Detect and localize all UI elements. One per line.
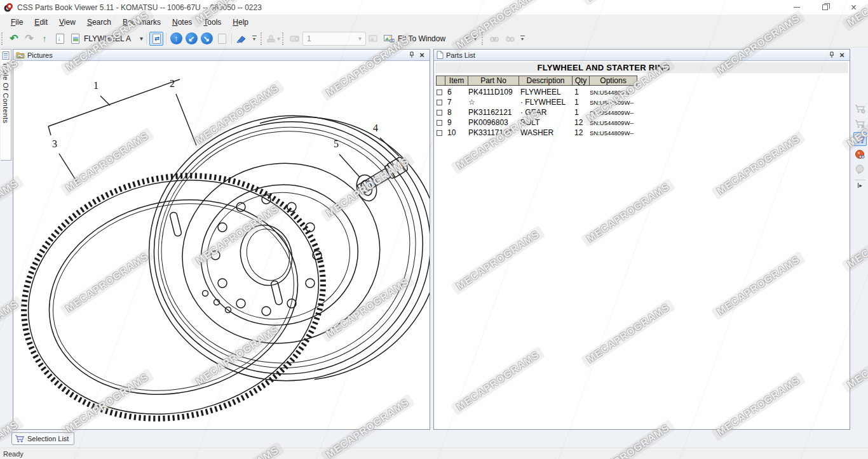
toolbar-grip[interactable] <box>261 32 264 45</box>
close-icon: × <box>851 2 857 13</box>
notes-page-button[interactable] <box>215 32 229 46</box>
column-part-no[interactable]: Part No <box>468 76 519 85</box>
search-again-button[interactable] <box>503 32 517 46</box>
cell-description: FLYWHEEL <box>518 88 571 96</box>
close-icon: × <box>839 50 844 60</box>
column-qty[interactable]: Qty <box>572 76 589 85</box>
cart-gear-icon <box>855 104 865 114</box>
row-checkbox[interactable] <box>436 130 444 136</box>
toolbar-grip[interactable] <box>282 32 286 45</box>
menu-edit[interactable]: Edit <box>29 16 53 29</box>
history-back-icon: ↶ <box>10 32 18 44</box>
callout-2[interactable]: 2 <box>170 78 175 90</box>
parts-list-panel-header: Parts List × <box>434 50 850 61</box>
menu-bar: File Edit View Search Bookmarks Notes To… <box>0 15 868 30</box>
flywheel-drawing <box>13 61 430 429</box>
table-row[interactable]: 9PK0096803BOLT12SN:U544809W-- <box>436 117 646 128</box>
stamp-icon <box>266 34 276 43</box>
binoculars-arrow-icon <box>505 35 515 43</box>
toolbar-separator <box>231 33 232 44</box>
row-checkbox[interactable] <box>436 100 444 105</box>
chevron-down-icon: ▾ <box>466 35 469 42</box>
page-number-combobox[interactable]: 1 ▾ <box>302 32 366 46</box>
column-description[interactable]: Description <box>519 76 572 85</box>
parts-list-panel: Parts List × FLYWHEEL AND STARTER RING I… <box>433 49 850 430</box>
parts-list-content: FLYWHEEL AND STARTER RING Item Part No D… <box>434 61 850 429</box>
callout-5[interactable]: 5 <box>334 138 339 150</box>
cell-description: · FLYWHEEL <box>518 98 571 107</box>
toolbar-grip[interactable] <box>482 32 485 45</box>
table-row[interactable]: 7☆· FLYWHEEL1SN:U544809W-- <box>436 97 646 107</box>
restore-button[interactable] <box>811 0 839 15</box>
callout-3[interactable]: 3 <box>52 138 57 150</box>
highlighter-button[interactable] <box>234 32 248 46</box>
search-button[interactable] <box>487 32 501 46</box>
next-picture-button[interactable]: ↘ <box>200 32 214 46</box>
export-picture-button[interactable] <box>288 32 302 46</box>
navigate-up-button[interactable]: ↑ <box>169 32 183 46</box>
zoom-mode-combobox[interactable]: Fit To Window ▾ <box>397 32 470 46</box>
toolbar-grip[interactable] <box>1 32 5 45</box>
toolbar-overflow-button[interactable]: ▾ <box>519 32 526 46</box>
comment-ball-icon <box>855 164 865 175</box>
sync-picture-toggle[interactable]: ⇄ <box>149 32 163 46</box>
picture-selector-combobox[interactable]: FLYWHEEL A ▾ <box>83 32 144 46</box>
menu-search[interactable]: Search <box>81 16 117 29</box>
menu-bookmarks[interactable]: Bookmarks <box>117 16 166 29</box>
selection-list-button[interactable] <box>853 132 867 146</box>
status-text: Ready <box>3 450 24 458</box>
cell-part-no: ☆ <box>467 98 518 107</box>
previous-picture-button[interactable]: ↙ <box>184 32 198 46</box>
row-checkbox[interactable] <box>436 90 444 95</box>
image-search-button[interactable] <box>382 32 396 46</box>
row-checkbox[interactable] <box>436 120 444 126</box>
parts-list-icon <box>437 51 444 59</box>
cell-options: SN:U544809W-- <box>588 119 636 126</box>
menu-help[interactable]: Help <box>227 16 254 29</box>
close-panel-button[interactable]: × <box>837 51 847 60</box>
cell-item: 10 <box>444 128 467 137</box>
cell-options: SN:U544809W-- <box>588 99 636 106</box>
stamp-button[interactable]: ▾ <box>266 32 280 46</box>
cart-remove-button[interactable] <box>853 117 867 131</box>
minimize-button[interactable] <box>782 0 811 15</box>
cell-qty: 1 <box>571 88 588 96</box>
menu-view[interactable]: View <box>53 16 81 29</box>
page-up-button[interactable]: ↑ <box>37 32 51 46</box>
table-of-contents-tab[interactable]: Table Of Contents <box>1 49 11 161</box>
pin-button[interactable] <box>827 51 837 60</box>
pictures-canvas[interactable]: 1 2 3 4 5 <box>13 61 430 429</box>
comments-button[interactable] <box>853 163 867 176</box>
toolbar-overflow-button[interactable]: ▾ <box>471 32 479 46</box>
page-down-button[interactable]: ↓ <box>53 32 67 46</box>
rail-expand-button[interactable]: ▸ <box>858 182 862 189</box>
previous-picture-icon: ↙ <box>186 32 198 44</box>
right-toolbar: ▸ <box>853 96 867 448</box>
toolbar-separator <box>166 33 166 44</box>
toolbar-overflow-button[interactable]: ▾ <box>250 32 258 46</box>
table-row[interactable]: 10PK33117127WASHER12SN:U544809W-- <box>436 128 646 138</box>
picture-page-button[interactable] <box>68 32 82 46</box>
selection-list-tab[interactable]: Selection List <box>11 432 74 445</box>
cart-settings-button[interactable] <box>853 102 867 116</box>
menu-tools[interactable]: Tools <box>198 16 227 29</box>
close-panel-button[interactable]: × <box>417 51 427 60</box>
column-options[interactable]: Options <box>589 76 637 85</box>
history-back-button[interactable]: ↶ <box>7 32 21 46</box>
column-item[interactable]: Item <box>445 76 468 85</box>
callout-4[interactable]: 4 <box>373 123 378 134</box>
pin-button[interactable] <box>407 51 417 60</box>
table-row[interactable]: 6PK4111D109FLYWHEEL1SN:U544809W-- <box>436 87 646 97</box>
history-forward-button[interactable]: ↷ <box>22 32 36 46</box>
row-checkbox[interactable] <box>436 110 444 116</box>
cell-options: SN:U544809W-- <box>588 130 636 136</box>
export-picture-icon <box>290 34 300 43</box>
menu-file[interactable]: File <box>5 16 29 29</box>
menu-notes[interactable]: Notes <box>166 16 198 29</box>
callout-1[interactable]: 1 <box>93 80 98 91</box>
selection-cart-icon <box>15 434 25 443</box>
image-copy-button[interactable] <box>367 32 381 46</box>
table-row[interactable]: 8PK31162121· GEAR1SN:U544809W-- <box>436 107 646 117</box>
find-part-button[interactable] <box>853 147 867 161</box>
close-button[interactable]: × <box>839 0 868 15</box>
